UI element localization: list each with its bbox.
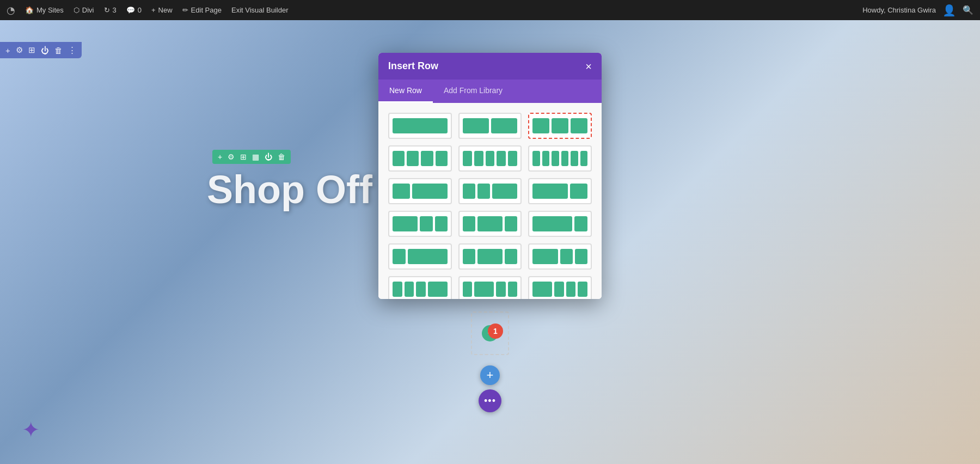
- updates-link[interactable]: ↻ 3: [104, 6, 117, 14]
- layout-1-2-1[interactable]: [458, 211, 522, 237]
- modal-header: Insert Row ×: [378, 53, 602, 80]
- exit-visual-builder-link[interactable]: Exit Visual Builder: [231, 6, 289, 14]
- admin-bar-left: ◔ 🏠 My Sites ⬡ Divi ↻ 3 💬 0 + New ✏ Edit…: [7, 4, 852, 16]
- wordpress-icon[interactable]: ◔: [7, 4, 15, 16]
- search-icon[interactable]: 🔍: [963, 5, 973, 15]
- plus-icon: +: [151, 6, 156, 14]
- divi-link[interactable]: ⬡ Divi: [74, 6, 94, 14]
- layout-1col[interactable]: [388, 113, 452, 139]
- page-background: + ⚙ ⊞ ⏻ 🗑 ⋮ + ⚙ ⊞ ▦ ⏻ 🗑 Shop Off All Ins…: [0, 20, 980, 464]
- my-sites-link[interactable]: 🏠 My Sites: [25, 6, 64, 14]
- modal-content: [378, 103, 602, 299]
- insert-row-modal: Insert Row × New Row Add From Library 2 …: [378, 53, 602, 299]
- home-icon: 🏠: [25, 6, 34, 14]
- divi-icon: ⬡: [74, 6, 79, 14]
- layout-1-1-2[interactable]: [458, 178, 522, 204]
- avatar: 👤: [942, 4, 956, 17]
- pencil-icon: ✏: [182, 6, 188, 14]
- modal-close-button[interactable]: ×: [585, 61, 592, 72]
- layouts-grid: [388, 113, 592, 299]
- layout-2-1-1-1[interactable]: [528, 276, 592, 299]
- modal-title: Insert Row: [388, 60, 438, 72]
- tab-new-row[interactable]: New Row: [378, 80, 433, 103]
- howdy-text: Howdy, Christina Gwira: [862, 6, 936, 14]
- layout-2-1[interactable]: [528, 178, 592, 204]
- layout-6col[interactable]: [528, 145, 592, 172]
- layout-1-3[interactable]: [388, 243, 452, 270]
- edit-page-link[interactable]: ✏ Edit Page: [182, 6, 222, 14]
- layout-1-1-1-2[interactable]: [388, 276, 452, 299]
- layout-2col[interactable]: [458, 113, 522, 139]
- layout-3col[interactable]: [528, 113, 592, 139]
- layout-2-1-1[interactable]: [388, 211, 452, 237]
- admin-bar: ◔ 🏠 My Sites ⬡ Divi ↻ 3 💬 0 + New ✏ Edit…: [0, 0, 980, 20]
- layout-2-1-1b[interactable]: [528, 243, 592, 270]
- layout-1-2[interactable]: [388, 178, 452, 204]
- modal-tabs: New Row Add From Library: [378, 80, 602, 103]
- admin-bar-right: Howdy, Christina Gwira 👤 🔍: [862, 4, 973, 17]
- layout-5col[interactable]: [458, 145, 522, 172]
- modal-overlay: Insert Row × New Row Add From Library 2 …: [0, 20, 980, 464]
- layout-4col[interactable]: [388, 145, 452, 172]
- layout-3-1[interactable]: [528, 211, 592, 237]
- comments-link[interactable]: 💬 0: [126, 6, 142, 14]
- layout-1-2-1b[interactable]: [458, 243, 522, 270]
- updates-icon: ↻: [104, 6, 110, 14]
- layout-1-2-1-1[interactable]: [458, 276, 522, 299]
- new-link[interactable]: + New: [151, 6, 173, 14]
- tab-add-from-library[interactable]: Add From Library: [433, 80, 513, 103]
- comments-icon: 💬: [126, 6, 135, 14]
